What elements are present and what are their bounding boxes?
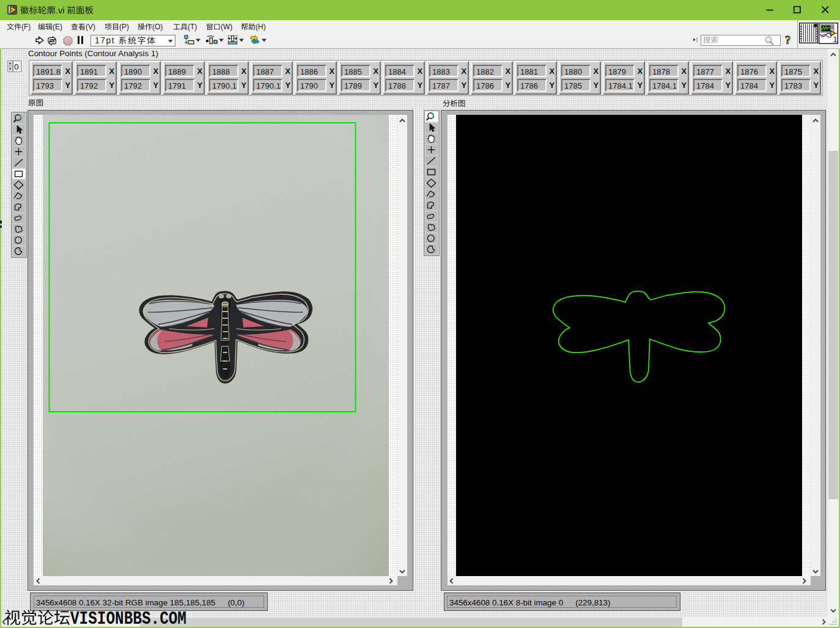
svg-text:3456x4608 0.16X 8-bit image 0: 3456x4608 0.16X 8-bit image 0 (229,813) <box>449 597 611 607</box>
svg-text:VISIONBBS.COM: VISIONBBS.COM <box>70 609 186 628</box>
svg-text:(E): (E) <box>53 23 62 31</box>
svg-text:(T): (T) <box>188 23 197 31</box>
svg-text:(P): (P) <box>119 23 129 31</box>
svg-text:(W): (W) <box>221 23 232 31</box>
svg-text:Contour Points (Contour Analys: Contour Points (Contour Analysis 1) <box>28 49 158 58</box>
svg-text:1: 1 <box>833 35 837 44</box>
svg-text:(O): (O) <box>152 23 163 31</box>
svg-text:?: ? <box>785 34 791 46</box>
svg-text:(F): (F) <box>21 23 31 31</box>
svg-text:3456x4608 0.16X 32-bit RGB ima: 3456x4608 0.16X 32-bit RGB image 185,185… <box>36 597 245 607</box>
svg-text:17pt: 17pt <box>95 35 115 45</box>
svg-text:0: 0 <box>14 62 19 71</box>
svg-text:(H): (H) <box>256 23 266 31</box>
svg-text:(V): (V) <box>86 23 95 31</box>
svg-text:.vi: .vi <box>56 5 65 15</box>
